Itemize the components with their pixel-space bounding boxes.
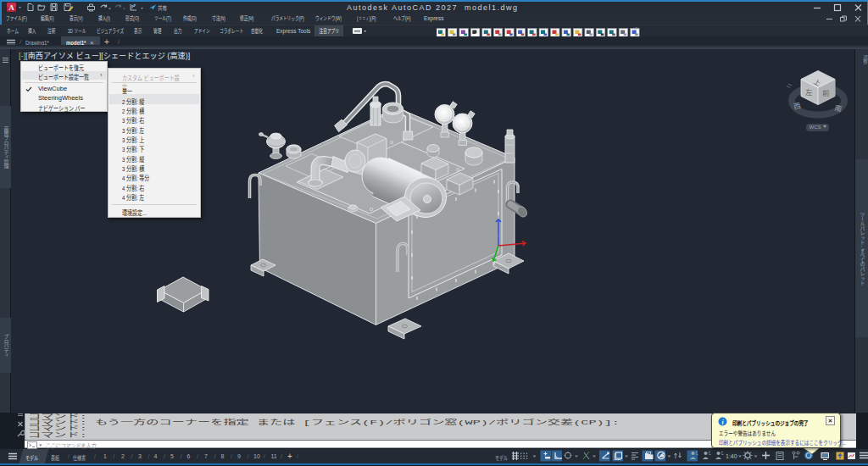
svg-text:A: A — [8, 3, 14, 12]
svg-text:左: 左 — [805, 88, 813, 97]
svg-text:西: 西 — [793, 101, 802, 111]
svg-text:前: 前 — [822, 89, 830, 97]
svg-text:1:40: 1:40 — [726, 453, 737, 459]
svg-text:南: 南 — [834, 103, 843, 114]
